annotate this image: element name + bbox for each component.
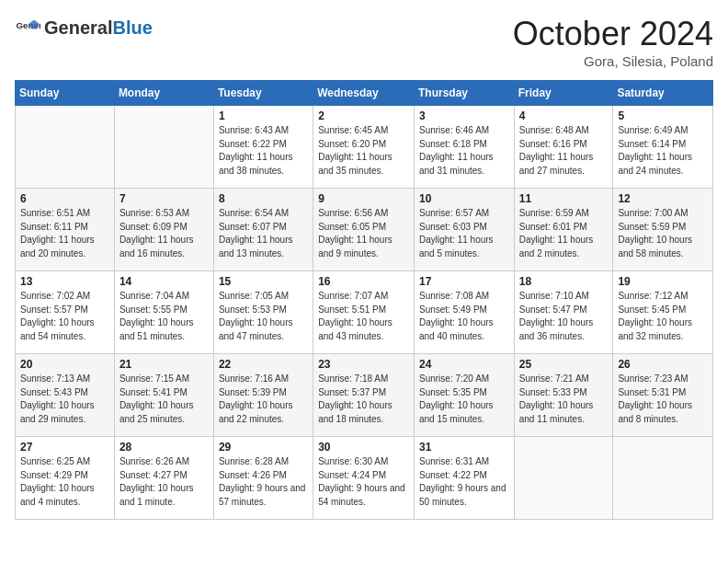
- day-info: Sunrise: 6:54 AM Sunset: 6:07 PM Dayligh…: [219, 207, 308, 260]
- calendar-cell: 7Sunrise: 6:53 AM Sunset: 6:09 PM Daylig…: [114, 189, 213, 271]
- day-number: 1: [219, 109, 308, 122]
- weekday-header-row: SundayMondayTuesdayWednesdayThursdayFrid…: [16, 81, 713, 106]
- day-info: Sunrise: 7:12 AM Sunset: 5:45 PM Dayligh…: [618, 290, 708, 343]
- weekday-header-saturday: Saturday: [613, 81, 713, 106]
- day-number: 7: [119, 192, 209, 205]
- calendar-cell: 10Sunrise: 6:57 AM Sunset: 6:03 PM Dayli…: [414, 189, 514, 271]
- calendar-cell: 14Sunrise: 7:04 AM Sunset: 5:55 PM Dayli…: [114, 271, 213, 354]
- calendar-cell: [114, 106, 213, 189]
- day-info: Sunrise: 6:56 AM Sunset: 6:05 PM Dayligh…: [318, 207, 409, 260]
- day-info: Sunrise: 6:30 AM Sunset: 4:24 PM Dayligh…: [318, 455, 409, 509]
- calendar-cell: 9Sunrise: 6:56 AM Sunset: 6:05 PM Daylig…: [313, 189, 415, 271]
- day-number: 30: [318, 441, 409, 454]
- calendar-cell: 2Sunrise: 6:45 AM Sunset: 6:20 PM Daylig…: [313, 106, 415, 189]
- day-number: 19: [618, 275, 708, 288]
- calendar-cell: 26Sunrise: 7:23 AM Sunset: 5:31 PM Dayli…: [613, 354, 713, 437]
- calendar-table: SundayMondayTuesdayWednesdayThursdayFrid…: [15, 80, 713, 520]
- calendar-cell: 22Sunrise: 7:16 AM Sunset: 5:39 PM Dayli…: [213, 354, 313, 437]
- location-subtitle: Gora, Silesia, Poland: [513, 53, 713, 69]
- calendar-cell: 17Sunrise: 7:08 AM Sunset: 5:49 PM Dayli…: [414, 271, 514, 354]
- calendar-cell: 19Sunrise: 7:12 AM Sunset: 5:45 PM Dayli…: [613, 271, 713, 354]
- day-info: Sunrise: 6:45 AM Sunset: 6:20 PM Dayligh…: [318, 124, 409, 178]
- day-info: Sunrise: 6:26 AM Sunset: 4:27 PM Dayligh…: [119, 455, 209, 509]
- logo-general: General: [44, 17, 112, 38]
- day-info: Sunrise: 6:57 AM Sunset: 6:03 PM Dayligh…: [419, 207, 509, 260]
- day-number: 21: [119, 358, 209, 371]
- title-block: October 2024 Gora, Silesia, Poland: [513, 15, 713, 69]
- day-number: 13: [20, 275, 109, 288]
- day-info: Sunrise: 6:49 AM Sunset: 6:14 PM Dayligh…: [618, 124, 708, 178]
- week-row-5: 27Sunrise: 6:25 AM Sunset: 4:29 PM Dayli…: [16, 437, 713, 520]
- calendar-cell: 25Sunrise: 7:21 AM Sunset: 5:33 PM Dayli…: [514, 354, 613, 437]
- weekday-header-thursday: Thursday: [414, 81, 514, 106]
- day-number: 9: [318, 192, 409, 205]
- logo-blue: Blue: [112, 17, 152, 38]
- week-row-2: 6Sunrise: 6:51 AM Sunset: 6:11 PM Daylig…: [16, 189, 713, 271]
- calendar-cell: 3Sunrise: 6:46 AM Sunset: 6:18 PM Daylig…: [414, 106, 514, 189]
- day-number: 25: [519, 358, 609, 371]
- week-row-1: 1Sunrise: 6:43 AM Sunset: 6:22 PM Daylig…: [16, 106, 713, 189]
- calendar-cell: 23Sunrise: 7:18 AM Sunset: 5:37 PM Dayli…: [313, 354, 415, 437]
- page-header: General GeneralBlue October 2024 Gora, S…: [15, 15, 713, 69]
- day-number: 8: [219, 192, 308, 205]
- day-info: Sunrise: 7:13 AM Sunset: 5:43 PM Dayligh…: [20, 373, 109, 426]
- day-number: 17: [419, 275, 509, 288]
- calendar-cell: 1Sunrise: 6:43 AM Sunset: 6:22 PM Daylig…: [213, 106, 313, 189]
- calendar-cell: 5Sunrise: 6:49 AM Sunset: 6:14 PM Daylig…: [613, 106, 713, 189]
- week-row-4: 20Sunrise: 7:13 AM Sunset: 5:43 PM Dayli…: [16, 354, 713, 437]
- calendar-cell: 6Sunrise: 6:51 AM Sunset: 6:11 PM Daylig…: [16, 189, 115, 271]
- day-info: Sunrise: 7:15 AM Sunset: 5:41 PM Dayligh…: [119, 373, 209, 426]
- day-info: Sunrise: 6:48 AM Sunset: 6:16 PM Dayligh…: [519, 124, 609, 178]
- day-number: 27: [20, 441, 109, 454]
- day-info: Sunrise: 7:23 AM Sunset: 5:31 PM Dayligh…: [618, 373, 708, 426]
- calendar-cell: 29Sunrise: 6:28 AM Sunset: 4:26 PM Dayli…: [213, 437, 313, 520]
- day-info: Sunrise: 6:25 AM Sunset: 4:29 PM Dayligh…: [20, 455, 109, 509]
- day-number: 28: [119, 441, 209, 454]
- day-number: 3: [419, 109, 509, 122]
- day-info: Sunrise: 6:59 AM Sunset: 6:01 PM Dayligh…: [519, 207, 609, 260]
- day-info: Sunrise: 6:31 AM Sunset: 4:22 PM Dayligh…: [419, 455, 509, 509]
- day-info: Sunrise: 7:05 AM Sunset: 5:53 PM Dayligh…: [219, 290, 308, 343]
- day-number: 10: [419, 192, 509, 205]
- day-info: Sunrise: 6:46 AM Sunset: 6:18 PM Dayligh…: [419, 124, 509, 178]
- calendar-cell: 13Sunrise: 7:02 AM Sunset: 5:57 PM Dayli…: [16, 271, 115, 354]
- day-info: Sunrise: 7:10 AM Sunset: 5:47 PM Dayligh…: [519, 290, 609, 343]
- day-number: 4: [519, 109, 609, 122]
- day-info: Sunrise: 7:02 AM Sunset: 5:57 PM Dayligh…: [20, 290, 109, 343]
- day-info: Sunrise: 6:28 AM Sunset: 4:26 PM Dayligh…: [219, 455, 308, 509]
- day-info: Sunrise: 7:18 AM Sunset: 5:37 PM Dayligh…: [318, 373, 409, 426]
- day-number: 23: [318, 358, 409, 371]
- weekday-header-monday: Monday: [114, 81, 213, 106]
- calendar-cell: 28Sunrise: 6:26 AM Sunset: 4:27 PM Dayli…: [114, 437, 213, 520]
- day-info: Sunrise: 7:04 AM Sunset: 5:55 PM Dayligh…: [119, 290, 209, 343]
- day-number: 29: [219, 441, 308, 454]
- logo: General GeneralBlue: [15, 15, 153, 40]
- logo-icon: General: [15, 15, 40, 40]
- weekday-header-tuesday: Tuesday: [213, 81, 313, 106]
- calendar-cell: 11Sunrise: 6:59 AM Sunset: 6:01 PM Dayli…: [514, 189, 613, 271]
- calendar-cell: 12Sunrise: 7:00 AM Sunset: 5:59 PM Dayli…: [613, 189, 713, 271]
- day-number: 12: [618, 192, 708, 205]
- month-title: October 2024: [513, 15, 713, 53]
- day-number: 14: [119, 275, 209, 288]
- day-number: 6: [20, 192, 109, 205]
- day-number: 31: [419, 441, 509, 454]
- calendar-cell: 8Sunrise: 6:54 AM Sunset: 6:07 PM Daylig…: [213, 189, 313, 271]
- day-number: 15: [219, 275, 308, 288]
- calendar-cell: 20Sunrise: 7:13 AM Sunset: 5:43 PM Dayli…: [16, 354, 115, 437]
- week-row-3: 13Sunrise: 7:02 AM Sunset: 5:57 PM Dayli…: [16, 271, 713, 354]
- day-number: 11: [519, 192, 609, 205]
- calendar-cell: [16, 106, 115, 189]
- day-info: Sunrise: 7:07 AM Sunset: 5:51 PM Dayligh…: [318, 290, 409, 343]
- day-number: 16: [318, 275, 409, 288]
- day-number: 18: [519, 275, 609, 288]
- calendar-cell: 15Sunrise: 7:05 AM Sunset: 5:53 PM Dayli…: [213, 271, 313, 354]
- day-info: Sunrise: 7:08 AM Sunset: 5:49 PM Dayligh…: [419, 290, 509, 343]
- day-number: 20: [20, 358, 109, 371]
- calendar-cell: 16Sunrise: 7:07 AM Sunset: 5:51 PM Dayli…: [313, 271, 415, 354]
- day-info: Sunrise: 6:51 AM Sunset: 6:11 PM Dayligh…: [20, 207, 109, 260]
- weekday-header-sunday: Sunday: [16, 81, 115, 106]
- day-info: Sunrise: 7:20 AM Sunset: 5:35 PM Dayligh…: [419, 373, 509, 426]
- day-number: 26: [618, 358, 708, 371]
- weekday-header-wednesday: Wednesday: [313, 81, 415, 106]
